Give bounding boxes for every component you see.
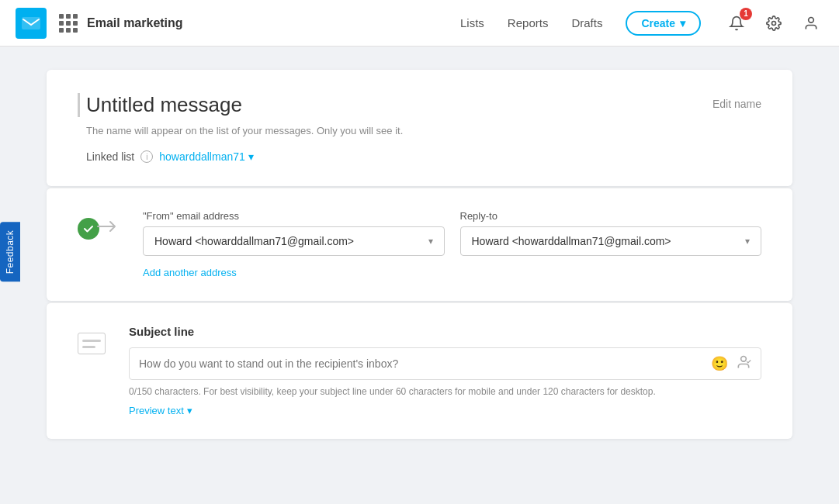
char-count: 0/150 characters. For best visibility, k… xyxy=(129,386,761,397)
linked-list-label: Linked list xyxy=(86,150,134,163)
topbar-icons: 1 xyxy=(724,11,823,36)
nav-reports[interactable]: Reports xyxy=(508,16,549,29)
from-label: "From" email address xyxy=(143,210,445,222)
nav-lists[interactable]: Lists xyxy=(460,16,484,29)
svg-point-0 xyxy=(772,21,776,25)
feedback-sidebar[interactable]: Feedback xyxy=(0,223,20,282)
notification-count: 1 xyxy=(740,8,752,20)
subject-card: Subject line 🙂 0/150 characters. For bes… xyxy=(47,302,792,439)
create-button[interactable]: Create ▾ xyxy=(626,11,701,36)
app-logo xyxy=(16,8,47,39)
main-content: Untitled message Edit name The name will… xyxy=(0,47,839,464)
topbar: Email marketing Lists Reports Drafts Cre… xyxy=(0,0,839,47)
edit-name-link[interactable]: Edit name xyxy=(712,98,761,110)
title-subtitle: The name will appear on the list of your… xyxy=(86,125,761,136)
subject-input[interactable] xyxy=(139,348,711,379)
subject-input-wrapper: 🙂 xyxy=(129,347,761,380)
settings-button[interactable] xyxy=(761,11,786,36)
add-address-link[interactable]: Add another address xyxy=(143,267,237,278)
title-card: Untitled message Edit name The name will… xyxy=(47,70,792,186)
subject-section-label: Subject line xyxy=(129,325,761,338)
chevron-down-icon: ▾ xyxy=(745,236,750,247)
preview-text-link[interactable]: Preview text ▾ xyxy=(129,405,192,416)
subject-icon xyxy=(78,333,106,354)
reply-to-label: Reply-to xyxy=(460,210,762,222)
app-name: Email marketing xyxy=(87,16,183,30)
info-icon[interactable]: i xyxy=(140,150,153,163)
chevron-down-icon: ▾ xyxy=(428,236,433,247)
chevron-down-icon: ▾ xyxy=(187,405,192,416)
forward-arrow-icon xyxy=(95,218,120,240)
from-field-group: "From" email address Howard <howarddallm… xyxy=(143,210,445,256)
svg-point-1 xyxy=(809,17,814,22)
subject-content: Subject line 🙂 0/150 characters. For bes… xyxy=(129,325,761,417)
reply-to-field-group: Reply-to Howard <howarddallman71@gmail.c… xyxy=(460,210,762,256)
notifications-button[interactable]: 1 xyxy=(724,11,749,36)
step-icon xyxy=(78,218,120,240)
user-profile-button[interactable] xyxy=(799,11,823,36)
from-card: "From" email address Howard <howarddallm… xyxy=(47,188,792,301)
linked-list-value[interactable]: howarddallman71 ▾ xyxy=(159,150,254,163)
fields-row: "From" email address Howard <howarddallm… xyxy=(143,210,761,256)
reply-to-select[interactable]: Howard <howarddallman71@gmail.com> ▾ xyxy=(460,226,762,256)
emoji-button[interactable]: 🙂 xyxy=(711,355,728,372)
from-email-select[interactable]: Howard <howarddallman71@gmail.com> ▾ xyxy=(143,226,445,256)
nav-drafts[interactable]: Drafts xyxy=(571,16,602,29)
feedback-label[interactable]: Feedback xyxy=(0,223,20,282)
from-fields: "From" email address Howard <howarddallm… xyxy=(143,210,761,279)
chevron-down-icon: ▾ xyxy=(248,150,254,163)
linked-list-row: Linked list i howarddallman71 ▾ xyxy=(86,150,761,163)
grid-menu-icon[interactable] xyxy=(56,11,81,36)
svg-point-2 xyxy=(741,357,747,362)
chevron-down-icon: ▾ xyxy=(680,17,685,29)
input-icons: 🙂 xyxy=(711,354,751,373)
nav-links: Lists Reports Drafts Create ▾ xyxy=(460,11,701,36)
message-title: Untitled message xyxy=(78,93,242,117)
personalization-button[interactable] xyxy=(736,354,751,373)
lines-icon xyxy=(78,333,106,354)
